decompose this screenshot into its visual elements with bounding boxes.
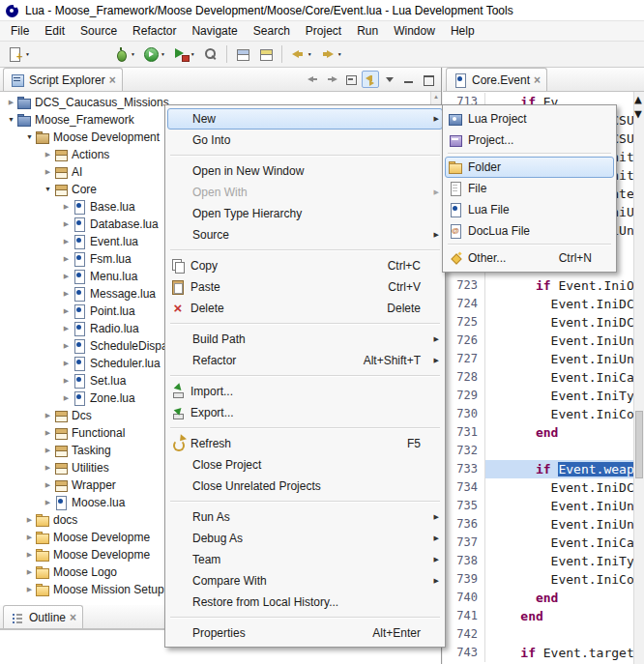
expander-closed-icon[interactable]: ▶	[43, 476, 53, 494]
code-text[interactable]: Event.IniCategory = Event.IniDCSUnit:get…	[485, 368, 644, 387]
line-number[interactable]: 724	[443, 295, 485, 313]
expander-open-icon[interactable]: ▼	[43, 181, 53, 198]
explorer-minimize-button[interactable]	[400, 71, 418, 88]
menu-item-build-path[interactable]: Build Path▶	[167, 329, 443, 350]
scroll-up-icon[interactable]: ▲	[431, 94, 441, 100]
menu-item-refactor[interactable]: RefactorAlt+Shift+T▶	[167, 350, 443, 371]
menubar-item-refactor[interactable]: Refactor	[125, 22, 184, 40]
explorer-nav-back-button[interactable]	[304, 71, 321, 88]
expander-closed-icon[interactable]: ▶	[61, 268, 72, 285]
line-number[interactable]: 741	[443, 607, 485, 625]
expander-closed-icon[interactable]: ▶	[43, 459, 53, 476]
expander-closed-icon[interactable]: ▶	[43, 163, 53, 181]
code-text[interactable]	[485, 442, 644, 460]
menu-item-properties[interactable]: PropertiesAlt+Enter	[167, 622, 443, 644]
dropdown-caret-icon[interactable]: ▼	[190, 52, 195, 57]
scroll-down-icon[interactable]: ▼	[634, 106, 642, 121]
menu-item-delete[interactable]: DeleteDelete	[167, 298, 443, 319]
menu-item-open-in-new-window[interactable]: Open in New Window	[167, 160, 443, 182]
menu-item-copy[interactable]: CopyCtrl+C	[167, 255, 443, 276]
explorer-nav-forward-button[interactable]	[323, 71, 340, 88]
menubar-item-source[interactable]: Source	[73, 22, 125, 40]
expander-closed-icon[interactable]: ▶	[61, 303, 72, 320]
line-number[interactable]: 727	[443, 350, 485, 368]
expander-open-icon[interactable]: ▼	[24, 129, 35, 146]
tab-outline[interactable]: Outline ×	[3, 605, 83, 628]
line-number[interactable]: 739	[443, 570, 485, 589]
code-text[interactable]: Event.IniCoalition = Event.IniDCSUnit:ge…	[485, 570, 644, 589]
explorer-view-menu-button[interactable]	[381, 71, 398, 88]
menu-item-debug-as[interactable]: Debug As▶	[167, 528, 443, 549]
new-menu-item-file[interactable]: File	[445, 178, 614, 199]
toolbar-run-button[interactable]: ▼	[140, 43, 168, 66]
line-number[interactable]: 723	[443, 276, 485, 295]
expander-closed-icon[interactable]: ▶	[61, 198, 72, 216]
expander-closed-icon[interactable]: ▶	[43, 407, 53, 424]
menubar-item-navigate[interactable]: Navigate	[184, 22, 245, 40]
line-number[interactable]: 729	[443, 387, 485, 405]
line-number[interactable]: 735	[443, 497, 485, 515]
menu-item-open-type-hierarchy[interactable]: Open Type Hierarchy	[167, 203, 443, 224]
expander-closed-icon[interactable]: ▶	[43, 146, 53, 163]
toolbar-external-tools-button[interactable]: ▼	[170, 43, 198, 66]
menu-item-open-with[interactable]: Open With▶	[167, 182, 443, 203]
expander-closed-icon[interactable]: ▶	[61, 337, 72, 355]
menu-item-run-as[interactable]: Run As▶	[167, 506, 443, 528]
expander-closed-icon[interactable]: ▶	[24, 511, 35, 529]
toolbar-back-history-button[interactable]: ▼	[287, 43, 315, 66]
expander-closed-icon[interactable]: ▶	[43, 424, 53, 442]
new-menu-item-other[interactable]: Other...Ctrl+N	[445, 247, 614, 269]
line-number[interactable]: 738	[443, 552, 485, 570]
new-menu-item-lua-project[interactable]: Lua Project	[445, 108, 614, 130]
menubar-item-window[interactable]: Window	[386, 22, 443, 40]
line-number[interactable]: 733	[443, 460, 485, 478]
code-text[interactable]: Event.IniDCSUnit = Event.initiator	[485, 295, 644, 313]
menubar-item-file[interactable]: File	[3, 22, 37, 40]
menubar-item-search[interactable]: Search	[246, 22, 298, 40]
menu-item-new[interactable]: New▶	[167, 108, 443, 130]
expander-closed-icon[interactable]: ▶	[24, 529, 35, 546]
line-number[interactable]: 726	[443, 332, 485, 350]
editor-scrollbar[interactable]: ▲ ▼	[633, 92, 644, 664]
explorer-collapse-all-button[interactable]	[342, 71, 360, 88]
dropdown-caret-icon[interactable]: ▼	[337, 52, 342, 57]
code-text[interactable]: Event.IniUnitName = Event.IniDCSUnitName	[485, 497, 644, 515]
expander-closed-icon[interactable]: ▶	[61, 320, 72, 337]
code-text[interactable]: Event.IniTypeName = Event.IniDCSUnit:get…	[485, 387, 644, 405]
line-number[interactable]: 743	[443, 644, 485, 662]
new-menu-item-project[interactable]: Project...	[445, 130, 614, 151]
menu-item-refresh[interactable]: RefreshF5	[167, 433, 443, 454]
line-number[interactable]: 734	[443, 478, 485, 497]
toolbar-search-button[interactable]	[200, 43, 221, 66]
menubar-item-project[interactable]: Project	[298, 22, 349, 40]
tab-script-explorer[interactable]: Script Explorer ×	[3, 68, 123, 91]
menu-item-compare-with[interactable]: Compare With▶	[167, 570, 443, 592]
expander-open-icon[interactable]: ▼	[6, 111, 16, 129]
expander-closed-icon[interactable]: ▶	[61, 250, 72, 268]
menubar-item-edit[interactable]: Edit	[37, 22, 73, 40]
code-text[interactable]: end	[485, 423, 644, 442]
toolbar-debug-button[interactable]: ▼	[110, 43, 138, 66]
dropdown-caret-icon[interactable]: ▼	[307, 52, 312, 57]
code-text[interactable]	[485, 625, 644, 644]
menu-item-close-unrelated-projects[interactable]: Close Unrelated Projects	[167, 476, 443, 497]
line-number[interactable]: 730	[443, 405, 485, 423]
expander-closed-icon[interactable]: ▶	[43, 442, 53, 459]
code-text[interactable]: Event.IniUnitName = Event.IniDCSUnitName	[485, 332, 644, 350]
code-text[interactable]: Event.IniTypeName = Event.IniDCSUnit:get…	[485, 552, 644, 570]
code-text[interactable]: Event.IniUnit = UNIT:FindByName( Event.I…	[485, 350, 644, 368]
menu-item-close-project[interactable]: Close Project	[167, 454, 443, 476]
code-text[interactable]: end	[485, 607, 644, 625]
line-number[interactable]: 737	[443, 534, 485, 552]
line-number[interactable]: 725	[443, 313, 485, 332]
expander-closed-icon[interactable]: ▶	[61, 355, 72, 372]
new-menu-item-folder[interactable]: Folder	[445, 157, 614, 178]
editor-scroll-thumb[interactable]	[635, 411, 643, 478]
explorer-maximize-button[interactable]	[420, 71, 437, 88]
close-icon[interactable]: ×	[534, 74, 541, 86]
code-text[interactable]: end	[485, 589, 644, 607]
code-text[interactable]: Event.IniDCSUnitName = Event.IniDCSUnit:…	[485, 313, 644, 332]
toolbar-mark-occurrences-button[interactable]	[255, 43, 277, 66]
toolbar-new-wizard-button[interactable]: ▼	[5, 43, 33, 66]
code-text[interactable]: Event.IniCategory = Event.IniDCSUnit:get…	[485, 534, 644, 552]
